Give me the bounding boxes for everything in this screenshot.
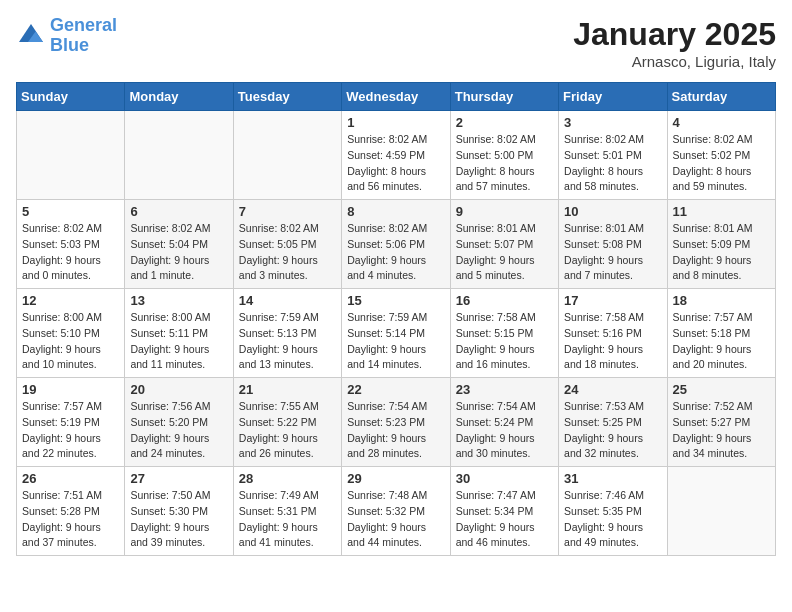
day-info: Sunrise: 7:46 AM Sunset: 5:35 PM Dayligh… xyxy=(564,488,661,551)
day-info: Sunrise: 7:57 AM Sunset: 5:18 PM Dayligh… xyxy=(673,310,770,373)
week-row-1: 1Sunrise: 8:02 AM Sunset: 4:59 PM Daylig… xyxy=(17,111,776,200)
logo-icon xyxy=(16,21,46,51)
day-number: 28 xyxy=(239,471,336,486)
day-number: 13 xyxy=(130,293,227,308)
day-number: 22 xyxy=(347,382,444,397)
logo-line2: Blue xyxy=(50,36,117,56)
logo-text: General Blue xyxy=(50,16,117,56)
calendar-cell: 21Sunrise: 7:55 AM Sunset: 5:22 PM Dayli… xyxy=(233,378,341,467)
calendar-cell: 30Sunrise: 7:47 AM Sunset: 5:34 PM Dayli… xyxy=(450,467,558,556)
calendar-cell: 5Sunrise: 8:02 AM Sunset: 5:03 PM Daylig… xyxy=(17,200,125,289)
logo: General Blue xyxy=(16,16,117,56)
day-number: 15 xyxy=(347,293,444,308)
day-header-sunday: Sunday xyxy=(17,83,125,111)
calendar-cell: 23Sunrise: 7:54 AM Sunset: 5:24 PM Dayli… xyxy=(450,378,558,467)
calendar-header-row: SundayMondayTuesdayWednesdayThursdayFrid… xyxy=(17,83,776,111)
week-row-2: 5Sunrise: 8:02 AM Sunset: 5:03 PM Daylig… xyxy=(17,200,776,289)
calendar-cell: 7Sunrise: 8:02 AM Sunset: 5:05 PM Daylig… xyxy=(233,200,341,289)
day-info: Sunrise: 8:02 AM Sunset: 5:01 PM Dayligh… xyxy=(564,132,661,195)
day-info: Sunrise: 8:00 AM Sunset: 5:10 PM Dayligh… xyxy=(22,310,119,373)
day-info: Sunrise: 7:59 AM Sunset: 5:13 PM Dayligh… xyxy=(239,310,336,373)
day-number: 27 xyxy=(130,471,227,486)
day-info: Sunrise: 8:01 AM Sunset: 5:09 PM Dayligh… xyxy=(673,221,770,284)
day-number: 23 xyxy=(456,382,553,397)
day-header-wednesday: Wednesday xyxy=(342,83,450,111)
page-header: General Blue January 2025 Arnasco, Ligur… xyxy=(16,16,776,70)
day-info: Sunrise: 7:47 AM Sunset: 5:34 PM Dayligh… xyxy=(456,488,553,551)
calendar-cell: 28Sunrise: 7:49 AM Sunset: 5:31 PM Dayli… xyxy=(233,467,341,556)
day-info: Sunrise: 8:01 AM Sunset: 5:08 PM Dayligh… xyxy=(564,221,661,284)
day-info: Sunrise: 8:02 AM Sunset: 5:00 PM Dayligh… xyxy=(456,132,553,195)
calendar-cell: 11Sunrise: 8:01 AM Sunset: 5:09 PM Dayli… xyxy=(667,200,775,289)
calendar-cell: 15Sunrise: 7:59 AM Sunset: 5:14 PM Dayli… xyxy=(342,289,450,378)
day-header-saturday: Saturday xyxy=(667,83,775,111)
day-info: Sunrise: 7:49 AM Sunset: 5:31 PM Dayligh… xyxy=(239,488,336,551)
location: Arnasco, Liguria, Italy xyxy=(573,53,776,70)
day-info: Sunrise: 7:56 AM Sunset: 5:20 PM Dayligh… xyxy=(130,399,227,462)
calendar-cell: 31Sunrise: 7:46 AM Sunset: 5:35 PM Dayli… xyxy=(559,467,667,556)
day-info: Sunrise: 8:00 AM Sunset: 5:11 PM Dayligh… xyxy=(130,310,227,373)
day-info: Sunrise: 8:02 AM Sunset: 5:04 PM Dayligh… xyxy=(130,221,227,284)
calendar-cell: 24Sunrise: 7:53 AM Sunset: 5:25 PM Dayli… xyxy=(559,378,667,467)
day-header-friday: Friday xyxy=(559,83,667,111)
calendar-cell: 10Sunrise: 8:01 AM Sunset: 5:08 PM Dayli… xyxy=(559,200,667,289)
day-info: Sunrise: 7:50 AM Sunset: 5:30 PM Dayligh… xyxy=(130,488,227,551)
day-info: Sunrise: 7:55 AM Sunset: 5:22 PM Dayligh… xyxy=(239,399,336,462)
day-info: Sunrise: 8:02 AM Sunset: 5:02 PM Dayligh… xyxy=(673,132,770,195)
day-info: Sunrise: 8:02 AM Sunset: 5:03 PM Dayligh… xyxy=(22,221,119,284)
day-number: 20 xyxy=(130,382,227,397)
week-row-5: 26Sunrise: 7:51 AM Sunset: 5:28 PM Dayli… xyxy=(17,467,776,556)
day-number: 29 xyxy=(347,471,444,486)
day-number: 7 xyxy=(239,204,336,219)
day-info: Sunrise: 8:02 AM Sunset: 4:59 PM Dayligh… xyxy=(347,132,444,195)
calendar-cell: 13Sunrise: 8:00 AM Sunset: 5:11 PM Dayli… xyxy=(125,289,233,378)
calendar-cell: 6Sunrise: 8:02 AM Sunset: 5:04 PM Daylig… xyxy=(125,200,233,289)
calendar-cell: 3Sunrise: 8:02 AM Sunset: 5:01 PM Daylig… xyxy=(559,111,667,200)
calendar-cell: 2Sunrise: 8:02 AM Sunset: 5:00 PM Daylig… xyxy=(450,111,558,200)
day-info: Sunrise: 8:02 AM Sunset: 5:06 PM Dayligh… xyxy=(347,221,444,284)
calendar-cell: 4Sunrise: 8:02 AM Sunset: 5:02 PM Daylig… xyxy=(667,111,775,200)
calendar-cell: 14Sunrise: 7:59 AM Sunset: 5:13 PM Dayli… xyxy=(233,289,341,378)
day-number: 21 xyxy=(239,382,336,397)
day-info: Sunrise: 7:48 AM Sunset: 5:32 PM Dayligh… xyxy=(347,488,444,551)
day-number: 24 xyxy=(564,382,661,397)
week-row-3: 12Sunrise: 8:00 AM Sunset: 5:10 PM Dayli… xyxy=(17,289,776,378)
day-header-tuesday: Tuesday xyxy=(233,83,341,111)
day-header-thursday: Thursday xyxy=(450,83,558,111)
calendar-cell: 20Sunrise: 7:56 AM Sunset: 5:20 PM Dayli… xyxy=(125,378,233,467)
day-number: 19 xyxy=(22,382,119,397)
calendar-cell: 22Sunrise: 7:54 AM Sunset: 5:23 PM Dayli… xyxy=(342,378,450,467)
calendar-cell: 1Sunrise: 8:02 AM Sunset: 4:59 PM Daylig… xyxy=(342,111,450,200)
day-number: 4 xyxy=(673,115,770,130)
calendar-cell: 17Sunrise: 7:58 AM Sunset: 5:16 PM Dayli… xyxy=(559,289,667,378)
calendar-cell: 27Sunrise: 7:50 AM Sunset: 5:30 PM Dayli… xyxy=(125,467,233,556)
day-number: 25 xyxy=(673,382,770,397)
calendar-cell: 26Sunrise: 7:51 AM Sunset: 5:28 PM Dayli… xyxy=(17,467,125,556)
day-number: 12 xyxy=(22,293,119,308)
calendar: SundayMondayTuesdayWednesdayThursdayFrid… xyxy=(16,82,776,556)
day-header-monday: Monday xyxy=(125,83,233,111)
title-area: January 2025 Arnasco, Liguria, Italy xyxy=(573,16,776,70)
day-info: Sunrise: 7:54 AM Sunset: 5:23 PM Dayligh… xyxy=(347,399,444,462)
day-info: Sunrise: 7:52 AM Sunset: 5:27 PM Dayligh… xyxy=(673,399,770,462)
day-number: 17 xyxy=(564,293,661,308)
day-info: Sunrise: 7:58 AM Sunset: 5:15 PM Dayligh… xyxy=(456,310,553,373)
calendar-cell xyxy=(125,111,233,200)
day-number: 2 xyxy=(456,115,553,130)
logo-line1: General xyxy=(50,15,117,35)
day-number: 31 xyxy=(564,471,661,486)
day-number: 14 xyxy=(239,293,336,308)
day-info: Sunrise: 7:59 AM Sunset: 5:14 PM Dayligh… xyxy=(347,310,444,373)
calendar-cell xyxy=(233,111,341,200)
calendar-cell: 19Sunrise: 7:57 AM Sunset: 5:19 PM Dayli… xyxy=(17,378,125,467)
calendar-cell: 18Sunrise: 7:57 AM Sunset: 5:18 PM Dayli… xyxy=(667,289,775,378)
day-info: Sunrise: 8:01 AM Sunset: 5:07 PM Dayligh… xyxy=(456,221,553,284)
day-info: Sunrise: 7:53 AM Sunset: 5:25 PM Dayligh… xyxy=(564,399,661,462)
week-row-4: 19Sunrise: 7:57 AM Sunset: 5:19 PM Dayli… xyxy=(17,378,776,467)
day-info: Sunrise: 8:02 AM Sunset: 5:05 PM Dayligh… xyxy=(239,221,336,284)
calendar-cell: 8Sunrise: 8:02 AM Sunset: 5:06 PM Daylig… xyxy=(342,200,450,289)
day-info: Sunrise: 7:51 AM Sunset: 5:28 PM Dayligh… xyxy=(22,488,119,551)
day-number: 5 xyxy=(22,204,119,219)
day-info: Sunrise: 7:57 AM Sunset: 5:19 PM Dayligh… xyxy=(22,399,119,462)
day-number: 8 xyxy=(347,204,444,219)
